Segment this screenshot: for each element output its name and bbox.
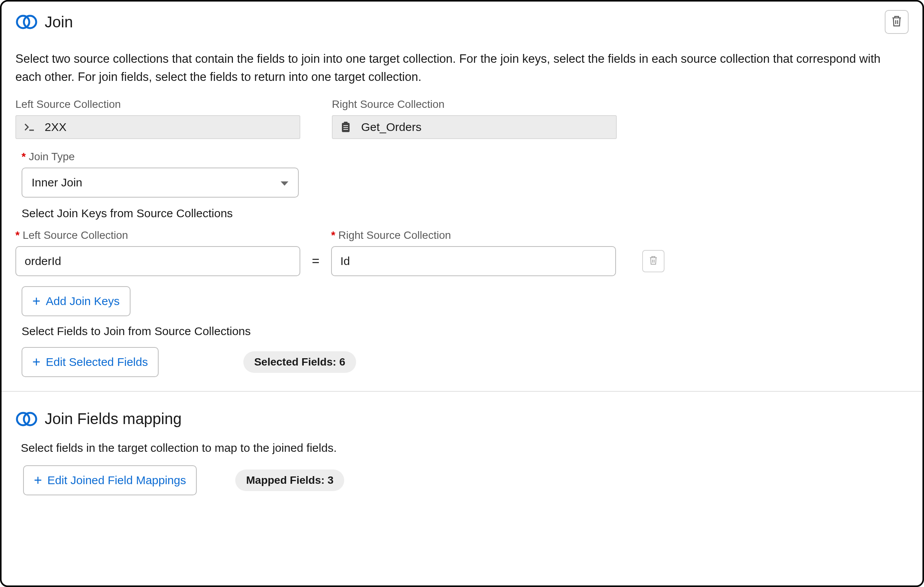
mapping-header: Join Fields mapping: [15, 410, 909, 428]
mapping-actions-row: + Edit Joined Field Mappings Mapped Fiel…: [23, 465, 909, 495]
svg-rect-4: [343, 125, 348, 126]
add-join-keys-button[interactable]: + Add Join Keys: [22, 286, 131, 316]
plus-icon: +: [32, 294, 40, 308]
join-header-left: Join: [15, 13, 73, 31]
left-key-value: orderId: [25, 255, 61, 268]
join-type-select[interactable]: Inner Join: [22, 168, 299, 198]
plus-icon: +: [32, 355, 40, 369]
mapping-section: Join Fields mapping Select fields in the…: [2, 392, 922, 509]
mapping-description: Select fields in the target collection t…: [21, 441, 909, 455]
left-source-label: Left Source Collection: [15, 98, 300, 111]
delete-key-row-button[interactable]: [642, 250, 665, 272]
left-source-col: Left Source Collection 2XX: [15, 98, 300, 139]
right-key-label: Right Source Collection: [331, 229, 616, 242]
join-type-value: Inner Join: [32, 176, 82, 189]
join-type-field: Join Type Inner Join: [22, 151, 909, 198]
source-collections-row: Left Source Collection 2XX Right Source …: [15, 98, 909, 139]
join-icon: [15, 14, 38, 30]
edit-joined-field-mappings-button[interactable]: + Edit Joined Field Mappings: [23, 465, 197, 495]
join-keys-row: Left Source Collection orderId = Right S…: [15, 229, 909, 276]
delete-join-button[interactable]: [885, 10, 909, 34]
left-key-col: Left Source Collection orderId: [15, 229, 300, 276]
left-source-value: 2XX: [45, 121, 67, 134]
edit-joined-field-mappings-label: Edit Joined Field Mappings: [47, 474, 186, 487]
plus-icon: +: [34, 473, 42, 487]
svg-rect-6: [343, 129, 348, 130]
left-source-value-box[interactable]: 2XX: [15, 115, 300, 139]
clipboard-icon: [340, 121, 352, 133]
equals-sign: =: [311, 253, 320, 276]
join-config-panel: Join Select two source collections that …: [0, 0, 924, 587]
left-key-input[interactable]: orderId: [15, 246, 300, 276]
trash-icon: [891, 15, 902, 29]
add-join-keys-label: Add Join Keys: [46, 295, 120, 308]
select-fields-heading: Select Fields to Join from Source Collec…: [22, 325, 909, 338]
trash-icon: [649, 255, 658, 267]
svg-rect-5: [343, 127, 348, 128]
join-section: Join Select two source collections that …: [2, 2, 922, 392]
right-key-col: Right Source Collection Id: [331, 229, 616, 276]
right-key-value: Id: [340, 255, 350, 268]
edit-selected-fields-button[interactable]: + Edit Selected Fields: [22, 347, 159, 377]
selected-fields-row: + Edit Selected Fields Selected Fields: …: [15, 347, 909, 377]
terminal-icon: [23, 123, 35, 131]
join-keys-heading: Select Join Keys from Source Collections: [22, 207, 909, 220]
mapping-title: Join Fields mapping: [45, 410, 182, 428]
join-type-label: Join Type: [22, 151, 909, 163]
join-header-row: Join: [15, 10, 909, 34]
svg-rect-3: [344, 122, 348, 124]
right-source-label: Right Source Collection: [332, 98, 617, 111]
left-key-label: Left Source Collection: [15, 229, 300, 242]
selected-fields-pill: Selected Fields: 6: [243, 351, 356, 373]
chevron-down-icon: [280, 176, 289, 189]
join-description: Select two source collections that conta…: [15, 50, 909, 86]
edit-selected-fields-label: Edit Selected Fields: [46, 356, 148, 369]
right-source-col: Right Source Collection Get_Orders: [332, 98, 617, 139]
join-icon: [15, 411, 38, 427]
right-source-value-box[interactable]: Get_Orders: [332, 115, 617, 139]
mapped-fields-pill: Mapped Fields: 3: [235, 470, 344, 491]
right-key-input[interactable]: Id: [331, 246, 616, 276]
join-title: Join: [45, 13, 73, 31]
right-source-value: Get_Orders: [361, 121, 422, 134]
